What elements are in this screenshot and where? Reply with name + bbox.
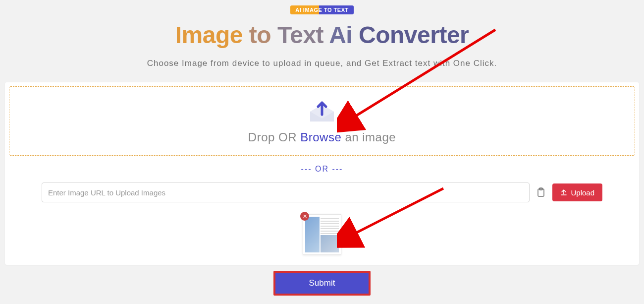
upload-card: Drop OR Browse an image --- OR --- Uploa… — [5, 82, 639, 265]
dropzone-prefix: Drop OR — [248, 130, 300, 144]
dropzone-text: Drop OR Browse an image — [9, 130, 635, 144]
clipboard-icon[interactable] — [537, 187, 545, 197]
submit-button[interactable]: Submit — [273, 271, 371, 296]
upload-button-label: Upload — [571, 188, 594, 197]
thumbnails: ✕ — [9, 214, 635, 255]
url-row: Upload — [9, 182, 635, 202]
thumbnail-close-button[interactable]: ✕ — [300, 212, 309, 221]
divider-or: --- OR --- — [9, 165, 635, 174]
dropzone[interactable]: Drop OR Browse an image — [9, 86, 635, 156]
upload-icon — [307, 101, 337, 124]
dropzone-suffix: an image — [341, 130, 396, 144]
thumbnail[interactable]: ✕ — [303, 214, 341, 255]
title-word-4: Ai — [329, 22, 352, 48]
thumbnail-preview — [305, 217, 339, 252]
browse-link[interactable]: Browse — [300, 130, 341, 144]
title-word-2: to — [249, 22, 271, 48]
upload-arrow-icon — [560, 188, 567, 197]
url-input[interactable] — [42, 182, 530, 202]
title-word-3: Text — [277, 22, 323, 48]
page-title: Image to Text Ai Converter — [0, 21, 644, 49]
badge-ai-image-to-text: AI IMAGE TO TEXT — [290, 5, 353, 14]
subtitle: Choose Image from device to upload in qu… — [0, 59, 644, 68]
title-word-1: Image — [175, 22, 243, 48]
upload-button[interactable]: Upload — [552, 183, 602, 201]
title-word-5: Converter — [359, 22, 469, 48]
